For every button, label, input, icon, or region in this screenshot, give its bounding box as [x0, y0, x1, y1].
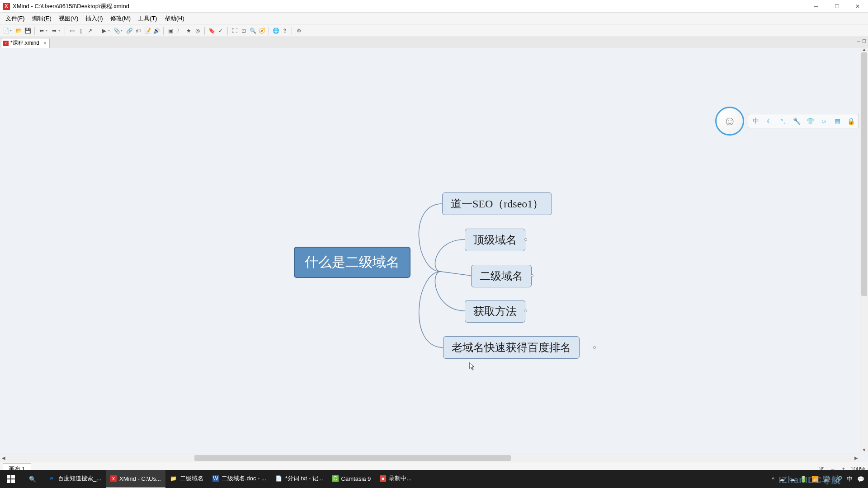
indent-dropdown[interactable]: ▾: [58, 28, 62, 33]
ime-mode-button[interactable]: 中: [751, 116, 761, 126]
tag-icon[interactable]: 🔖: [208, 27, 216, 35]
boundary-icon[interactable]: ▣: [166, 27, 175, 35]
ime-moon-icon[interactable]: ☾: [764, 116, 774, 126]
drill-icon[interactable]: ◎: [193, 27, 202, 35]
tabbar-restore-icon[interactable]: ❐: [862, 39, 866, 44]
tray-chevron-icon[interactable]: ^: [772, 476, 774, 483]
export-icon[interactable]: ⇪: [281, 27, 289, 35]
ime-skin-icon[interactable]: 👕: [805, 116, 815, 126]
mindmap-child-label: 二级域名: [480, 270, 523, 282]
scroll-right-icon[interactable]: ▶: [853, 454, 860, 462]
fit-icon[interactable]: ⛶: [231, 27, 239, 35]
tabbar-minimize-icon[interactable]: ─: [857, 39, 860, 44]
maximize-button[interactable]: ☐: [826, 0, 847, 13]
taskbar-item[interactable]: 📁 二级域名: [165, 470, 208, 488]
system-tray: ^ ☁ ☁ 🔋 📶 🔊 🔗 中 💬: [772, 475, 868, 483]
menu-file[interactable]: 文件(F): [2, 14, 28, 23]
mindmap-root-node[interactable]: 什么是二级域名: [294, 247, 410, 278]
collapse-handle-icon[interactable]: [524, 238, 527, 241]
mindmap-child-node[interactable]: 二级域名: [471, 265, 532, 287]
mindmap-root-label: 什么是二级域名: [305, 254, 400, 269]
tray-battery-icon[interactable]: 🔋: [800, 476, 807, 483]
mindmap-child-node[interactable]: 老域名快速获得百度排名: [443, 336, 580, 359]
ime-emoji-icon[interactable]: ☺: [819, 116, 829, 126]
share-icon[interactable]: 🌐: [272, 27, 280, 35]
relationship-icon[interactable]: ↗: [86, 27, 94, 35]
clip-icon[interactable]: 📎: [113, 27, 121, 35]
xmind-icon: x: [110, 475, 117, 482]
ime-punct-icon[interactable]: °,: [778, 116, 788, 126]
tab-close-icon[interactable]: ✕: [43, 41, 47, 46]
mindmap-child-node[interactable]: 顶级域名: [465, 229, 525, 251]
taskbar-item[interactable]: e 百度知道搜索_...: [43, 470, 106, 488]
new-file-icon[interactable]: 📄: [2, 27, 10, 35]
close-button[interactable]: ✕: [847, 0, 868, 13]
scroll-thumb[interactable]: [861, 52, 867, 296]
tray-volume-icon[interactable]: 🔊: [823, 476, 830, 483]
collapse-handle-icon[interactable]: [593, 346, 596, 349]
taskbar-item[interactable]: ● 录制中...: [375, 470, 416, 488]
new-file-dropdown[interactable]: ▾: [10, 28, 14, 33]
present-icon[interactable]: ▶: [100, 27, 108, 35]
word-icon: W: [212, 475, 219, 482]
tray-wifi-icon[interactable]: 📶: [811, 476, 819, 483]
taskbar-item[interactable]: 📄 *分词.txt - 记...: [271, 470, 328, 488]
menu-modify[interactable]: 修改(M): [107, 14, 135, 23]
tray-link-icon[interactable]: 🔗: [835, 476, 842, 483]
link-icon[interactable]: 🔗: [125, 27, 133, 35]
horizontal-scrollbar[interactable]: ◀ ▶: [0, 454, 860, 462]
topic-icon[interactable]: ▭: [68, 27, 76, 35]
label-icon[interactable]: 🏷: [134, 27, 142, 35]
ime-grid-icon[interactable]: ▦: [832, 116, 842, 126]
taskbar-item[interactable]: x XMind - C:\Us...: [106, 470, 165, 488]
audio-icon[interactable]: 🔊: [152, 27, 160, 35]
goto-icon[interactable]: 🧭: [258, 27, 266, 35]
menu-edit[interactable]: 编辑(E): [28, 14, 55, 23]
ime-avatar-icon[interactable]: ☺: [715, 107, 744, 136]
vertical-scrollbar[interactable]: ▲ ▼: [860, 48, 868, 454]
tray-notification-icon[interactable]: 💬: [857, 476, 864, 483]
actual-icon[interactable]: ⊡: [240, 27, 248, 35]
menu-tools[interactable]: 工具(T): [134, 14, 161, 23]
scroll-down-icon[interactable]: ▼: [860, 447, 868, 455]
ime-lock-icon[interactable]: 🔒: [846, 116, 856, 126]
mindmap-child-node[interactable]: 道一SEO（rdseo1）: [442, 192, 552, 215]
summary-icon[interactable]: 〉: [175, 27, 184, 35]
collapse-handle-icon[interactable]: [524, 310, 527, 312]
mindmap-child-node[interactable]: 获取方法: [465, 300, 525, 323]
tray-app-icon[interactable]: ☁: [789, 476, 795, 483]
collapse-handle-icon[interactable]: [531, 274, 533, 277]
start-button[interactable]: [0, 470, 22, 488]
clip-dropdown[interactable]: ▾: [121, 28, 124, 33]
tray-app-icon[interactable]: ☁: [779, 476, 785, 483]
subtopic-icon[interactable]: ▯: [77, 27, 85, 35]
menu-view[interactable]: 视图(V): [55, 14, 82, 23]
ime-tool-icon[interactable]: 🔧: [792, 116, 802, 126]
taskbar-item[interactable]: C Camtasia 9: [328, 470, 376, 488]
document-tab[interactable]: x *课程.xmind ✕: [1, 38, 50, 48]
zoom-icon[interactable]: 🔍: [249, 27, 257, 35]
open-file-icon[interactable]: 📂: [14, 27, 23, 35]
folder-icon: 📁: [170, 475, 177, 482]
tray-ime-icon[interactable]: 中: [847, 475, 853, 483]
settings-icon[interactable]: ⚙: [295, 27, 303, 35]
menu-insert[interactable]: 插入(I): [82, 14, 106, 23]
present-dropdown[interactable]: ▾: [108, 28, 112, 33]
scroll-left-icon[interactable]: ◀: [0, 454, 7, 462]
document-tabbar: x *课程.xmind ✕ ─ ❐: [0, 37, 868, 48]
camtasia-icon: C: [332, 475, 339, 482]
taskbar-item[interactable]: W 二级域名.doc - ...: [208, 470, 271, 488]
marker-icon[interactable]: ★: [184, 27, 193, 35]
indent-icon[interactable]: ➡: [50, 27, 58, 35]
note-icon[interactable]: 📝: [143, 27, 151, 35]
menu-help[interactable]: 帮助(H): [161, 14, 188, 23]
outdent-dropdown[interactable]: ▾: [46, 28, 49, 33]
scroll-thumb[interactable]: [194, 455, 511, 461]
save-icon[interactable]: 💾: [24, 27, 32, 35]
outdent-icon[interactable]: ⬅: [38, 27, 46, 35]
separator: [163, 27, 164, 35]
search-button[interactable]: 🔍: [22, 470, 43, 488]
task-icon[interactable]: ✓: [217, 27, 225, 35]
minimize-button[interactable]: ─: [806, 0, 826, 13]
ime-floating-toolbar[interactable]: ☺ 中 ☾ °, 🔧 👕 ☺ ▦ 🔒: [715, 107, 859, 136]
